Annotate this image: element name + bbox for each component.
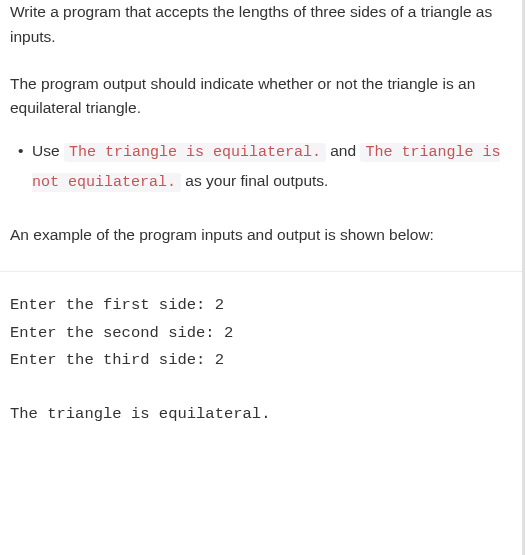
bullet-text-suffix: as your final outputs. bbox=[181, 172, 328, 189]
bullet-text-prefix: Use bbox=[32, 142, 64, 159]
intro-paragraph-1: Write a program that accepts the lengths… bbox=[10, 0, 510, 50]
instruction-list: Use The triangle is equilateral. and The… bbox=[10, 137, 510, 197]
bullet-text-mid: and bbox=[326, 142, 360, 159]
example-lead: An example of the program inputs and out… bbox=[10, 223, 510, 248]
code-equilateral: The triangle is equilateral. bbox=[64, 143, 326, 162]
example-output: Enter the first side: 2 Enter the second… bbox=[0, 271, 522, 428]
instruction-item: Use The triangle is equilateral. and The… bbox=[32, 137, 510, 197]
intro-paragraph-2: The program output should indicate wheth… bbox=[10, 72, 510, 122]
